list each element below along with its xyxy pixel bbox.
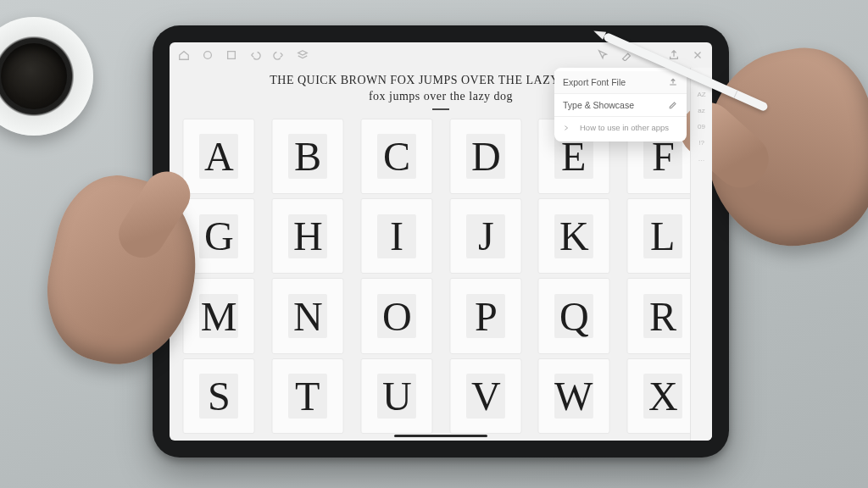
rail-item[interactable]: az xyxy=(698,107,704,114)
popover-item-label: Export Font File xyxy=(563,77,626,87)
glyph-cell[interactable]: V xyxy=(449,358,521,434)
glyph-cell[interactable]: T xyxy=(271,358,343,434)
glyph-cell[interactable]: H xyxy=(271,198,343,274)
glyph-letter: U xyxy=(381,373,411,419)
glyph-letter: O xyxy=(381,293,411,340)
layers-icon[interactable] xyxy=(297,49,309,61)
pointer-icon[interactable] xyxy=(597,49,609,61)
type-showcase-item[interactable]: Type & Showcase xyxy=(554,93,687,116)
rail-item[interactable]: !? xyxy=(698,139,704,147)
export-popover: Export Font File Type & Showcase How to … xyxy=(554,68,687,141)
glyph-letter: N xyxy=(292,293,322,340)
rail-item[interactable]: 09 xyxy=(698,123,705,130)
glyph-grid: ABCDEFGHIJKLMNOPQRSTUVWX xyxy=(170,114,712,441)
glyph-letter: J xyxy=(477,213,493,259)
glyph-letter: B xyxy=(294,133,321,180)
chevron-right-icon xyxy=(563,125,570,131)
glyph-letter: M xyxy=(200,293,236,340)
glyph-cell[interactable]: P xyxy=(449,278,521,353)
glyph-letter: G xyxy=(204,213,234,259)
svg-point-0 xyxy=(204,52,212,59)
ipad-device: THE QUICK BROWN FOX JUMPS OVER THE LAZY … xyxy=(153,25,729,458)
glyph-cell[interactable]: Q xyxy=(538,278,610,353)
glyph-cell[interactable]: I xyxy=(360,198,432,274)
preview-underline xyxy=(432,108,449,110)
glyph-letter: T xyxy=(295,373,320,419)
home-indicator[interactable] xyxy=(394,435,487,437)
glyph-letter: P xyxy=(474,293,497,340)
export-icon xyxy=(668,77,678,87)
glyph-cell[interactable]: J xyxy=(449,198,521,274)
glyph-cell[interactable]: U xyxy=(360,358,432,434)
popover-help-label: How to use in other apps xyxy=(580,123,678,132)
glyph-letter: W xyxy=(555,373,593,419)
glyph-cell[interactable]: B xyxy=(271,119,343,194)
glyph-letter: A xyxy=(204,133,234,180)
glyph-cell[interactable]: M xyxy=(182,278,254,353)
glyph-letter: K xyxy=(559,213,589,259)
glyph-letter: H xyxy=(292,213,322,259)
rail-item[interactable]: … xyxy=(698,155,705,163)
glyph-letter: D xyxy=(470,133,500,180)
glyph-cell[interactable]: S xyxy=(182,358,254,434)
home-icon[interactable] xyxy=(178,49,190,61)
style-icon[interactable] xyxy=(225,49,237,61)
popover-item-label: Type & Showcase xyxy=(563,100,634,110)
app-screen: THE QUICK BROWN FOX JUMPS OVER THE LAZY … xyxy=(170,42,712,441)
export-font-file-item[interactable]: Export Font File xyxy=(554,71,687,93)
glyph-cell[interactable]: N xyxy=(271,278,343,353)
glyph-cell[interactable]: W xyxy=(538,358,610,434)
glyph-cell[interactable]: R xyxy=(627,278,699,353)
category-rail: ⊕AZaz09!?… xyxy=(690,68,712,441)
glyph-letter: I xyxy=(390,213,403,259)
share-icon[interactable] xyxy=(668,49,680,61)
palette-icon[interactable] xyxy=(202,49,214,61)
glyph-letter: R xyxy=(649,293,676,340)
glyph-cell[interactable]: C xyxy=(360,119,432,194)
glyph-cell[interactable]: O xyxy=(360,278,432,353)
glyph-cell[interactable]: D xyxy=(449,119,521,194)
undo-icon[interactable] xyxy=(249,49,261,61)
redo-icon[interactable] xyxy=(273,49,285,61)
close-icon[interactable] xyxy=(692,49,704,61)
glyph-cell[interactable]: L xyxy=(627,198,699,274)
glyph-cell[interactable]: K xyxy=(538,198,610,274)
glyph-letter: Q xyxy=(559,293,589,340)
glyph-cell[interactable]: X xyxy=(627,358,699,434)
glyph-letter: S xyxy=(208,373,231,419)
how-to-use-item[interactable]: How to use in other apps xyxy=(554,116,687,138)
glyph-letter: C xyxy=(383,133,410,180)
glyph-letter: X xyxy=(648,373,678,419)
edit-icon xyxy=(668,100,678,110)
rail-item[interactable]: AZ xyxy=(697,91,705,98)
glyph-cell[interactable]: A xyxy=(182,119,254,194)
glyph-letter: V xyxy=(470,373,500,419)
glyph-letter: L xyxy=(650,213,675,259)
